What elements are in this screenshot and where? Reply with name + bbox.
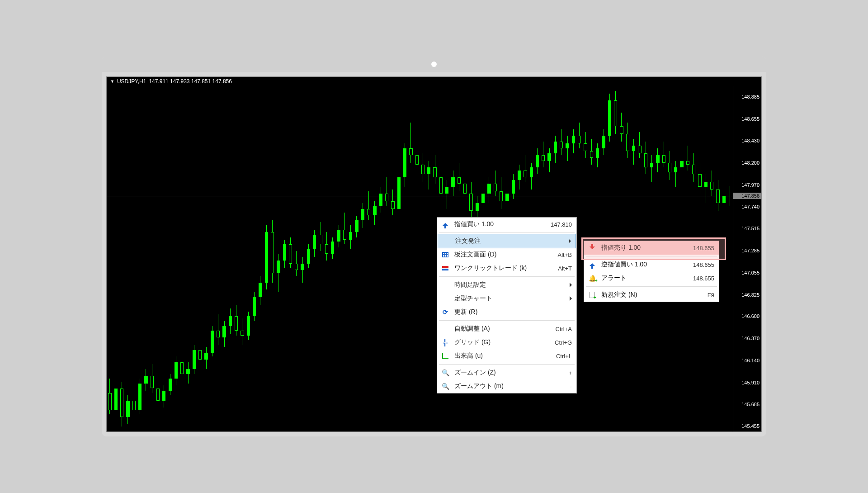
axis-tick: 147.515	[741, 226, 760, 231]
menu-item-shortcut: 148.655	[693, 275, 714, 282]
chart-menu-arrow-icon[interactable]: ▼	[110, 79, 114, 84]
order-submenu[interactable]: 指値売り 1.00148.655逆指値買い 1.00148.655🔔アラート14…	[584, 241, 719, 302]
menu-separator	[439, 276, 575, 277]
axis-tick: 145.910	[741, 380, 760, 385]
grid-s-icon	[441, 251, 450, 259]
menu-item-shortcut: +	[568, 370, 572, 376]
axis-tick: 147.970	[741, 182, 760, 188]
up-icon	[588, 261, 597, 269]
menu-item[interactable]: 新規注文 (N)F9	[584, 288, 719, 302]
bell-icon: 🔔	[588, 274, 597, 282]
menu-item[interactable]: 指値買い 1.00147.810	[437, 218, 576, 231]
menu-item-shortcut: Ctrl+G	[555, 339, 572, 346]
menu-item-shortcut: 148.655	[693, 261, 714, 268]
menu-separator	[586, 256, 717, 256]
submenu-arrow-icon	[570, 283, 572, 287]
blank-icon	[442, 237, 451, 245]
menu-item-shortcut: 147.810	[551, 221, 572, 228]
chart-window: ▼ USDJPY,H1 147.911 147.933 147.851 147.…	[106, 76, 762, 432]
menu-item-label: グリッド (G)	[454, 338, 550, 346]
browser-titlebar	[102, 57, 766, 72]
menu-item[interactable]: 指値売り 1.00148.655	[584, 241, 719, 255]
blank-icon	[441, 294, 450, 303]
menu-item[interactable]: 定型チャート	[437, 292, 576, 305]
zplus-icon: 🔍	[441, 369, 450, 377]
menu-item-label: 自動調整 (A)	[454, 325, 551, 333]
price-axis: 148.885148.655148.430148.200147.970147.7…	[733, 86, 761, 431]
menu-item[interactable]: 注文発注	[438, 234, 576, 248]
menu-separator	[439, 232, 575, 233]
menu-item-label: 新規注文 (N)	[601, 291, 703, 299]
axis-tick: 146.600	[741, 313, 760, 319]
menu-item-label: 指値買い 1.00	[454, 220, 546, 228]
menu-item-label: 指値売り 1.00	[601, 244, 689, 252]
menu-item[interactable]: ╬グリッド (G)Ctrl+G	[437, 336, 576, 349]
axis-tick: 145.455	[741, 423, 760, 429]
dn-icon	[588, 244, 597, 252]
menu-separator	[586, 286, 717, 287]
menu-item-shortcut: Ctrl+L	[556, 353, 572, 360]
menu-item-shortcut: Ctrl+A	[556, 326, 572, 332]
up-icon	[441, 220, 450, 228]
menu-item[interactable]: 自動調整 (A)Ctrl+A	[437, 322, 576, 336]
axis-tick: 147.055	[741, 270, 760, 275]
menu-item[interactable]: 時間足設定	[437, 278, 576, 292]
menu-item-label: 逆指値買い 1.00	[601, 261, 689, 269]
menu-item-label: 定型チャート	[454, 294, 565, 303]
axis-tick: 147.285	[741, 248, 760, 253]
menu-item[interactable]: 🔔アラート148.655	[584, 271, 719, 285]
menu-item[interactable]: 逆指値買い 1.00148.655	[584, 258, 719, 271]
axis-tick: 146.825	[741, 292, 760, 298]
vol-icon	[441, 352, 450, 360]
axis-tick: 148.655	[741, 116, 760, 122]
axis-tick: 147.740	[741, 204, 760, 209]
axis-tick: 148.885	[741, 94, 760, 100]
current-price-line	[107, 196, 733, 196]
menu-item-label: 出来高 (u)	[454, 352, 552, 360]
menu-item-label: ズームアウト (m)	[454, 382, 566, 390]
grid-icon: ╬	[441, 338, 450, 346]
menu-item[interactable]: 板注文画面 (D)Alt+B	[437, 248, 576, 261]
axis-tick: 148.200	[741, 160, 760, 166]
menu-item[interactable]: 🔍ズームイン (Z)+	[437, 366, 576, 379]
zminus-icon: 🔍	[441, 382, 450, 390]
menu-item-label: ズームイン (Z)	[454, 369, 564, 377]
axis-tick: 145.685	[741, 402, 760, 407]
bars-icon	[441, 264, 450, 272]
menu-separator	[439, 364, 575, 365]
menu-item-label: 時間足設定	[454, 281, 565, 289]
blank-icon	[441, 281, 450, 289]
menu-item[interactable]: 出来高 (u)Ctrl+L	[437, 349, 576, 363]
menu-item-label: 板注文画面 (D)	[454, 251, 553, 259]
axis-tick: 146.370	[741, 336, 760, 341]
current-price-label: 147.856	[733, 193, 761, 199]
axis-tick: 146.140	[741, 358, 760, 363]
menu-item-label: 更新 (R)	[454, 308, 572, 316]
blank-icon	[441, 325, 450, 333]
chart-symbol: USDJPY,H1	[117, 78, 146, 85]
menu-item[interactable]: 🔍ズームアウト (m)-	[437, 379, 576, 393]
menu-item-shortcut: 148.655	[693, 245, 714, 251]
submenu-arrow-icon	[569, 239, 571, 243]
axis-tick: 148.430	[741, 138, 760, 143]
context-menu[interactable]: 指値買い 1.00147.810注文発注板注文画面 (D)Alt+Bワンクリック…	[437, 217, 577, 393]
chart-header[interactable]: ▼ USDJPY,H1 147.911 147.933 147.851 147.…	[107, 77, 761, 86]
menu-item-shortcut: F9	[708, 292, 714, 299]
chart-ohlc: 147.911 147.933 147.851 147.856	[149, 78, 232, 85]
menu-separator	[439, 320, 575, 321]
submenu-arrow-icon	[570, 296, 572, 301]
menu-item-label: 注文発注	[455, 237, 564, 245]
menu-item-label: ワンクリックトレード (k)	[454, 264, 553, 272]
doc-icon	[588, 291, 597, 299]
menu-item-shortcut: -	[570, 383, 572, 390]
browser-frame: ▼ USDJPY,H1 147.911 147.933 147.851 147.…	[102, 57, 766, 436]
menu-item-shortcut: Alt+B	[558, 251, 572, 258]
menu-item[interactable]: ⟳更新 (R)	[437, 305, 576, 319]
menu-item[interactable]: ワンクリックトレード (k)Alt+T	[437, 261, 576, 275]
window-control-icon[interactable]	[431, 62, 437, 67]
menu-item-label: アラート	[601, 274, 689, 282]
refresh-icon: ⟳	[441, 308, 450, 316]
menu-item-shortcut: Alt+T	[558, 265, 572, 272]
